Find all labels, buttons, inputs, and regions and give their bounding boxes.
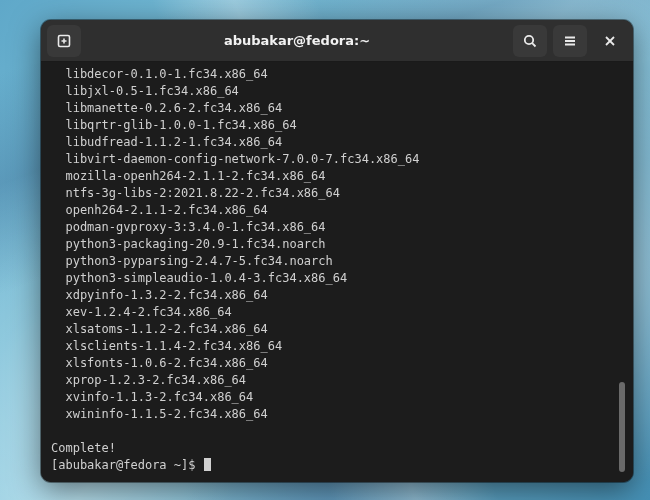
svg-point-3 [525, 35, 533, 43]
new-tab-button[interactable] [47, 25, 81, 57]
package-line: python3-simpleaudio-1.0.4-3.fc34.x86_64 [51, 270, 617, 287]
cursor [204, 458, 211, 471]
titlebar: abubakar@fedora:~ [41, 20, 633, 62]
package-line: libjxl-0.5-1.fc34.x86_64 [51, 83, 617, 100]
svg-line-4 [532, 43, 535, 46]
package-line: xlsatoms-1.1.2-2.fc34.x86_64 [51, 321, 617, 338]
search-button[interactable] [513, 25, 547, 57]
package-line: xwininfo-1.1.5-2.fc34.x86_64 [51, 406, 617, 423]
hamburger-icon [562, 33, 578, 49]
complete-line: Complete! [51, 440, 617, 457]
package-line: xprop-1.2.3-2.fc34.x86_64 [51, 372, 617, 389]
package-line: ntfs-3g-libs-2:2021.8.22-2.fc34.x86_64 [51, 185, 617, 202]
window-title: abubakar@fedora:~ [85, 33, 509, 48]
package-line: xev-1.2.4-2.fc34.x86_64 [51, 304, 617, 321]
package-line: libdecor-0.1.0-1.fc34.x86_64 [51, 66, 617, 83]
terminal-output: libdecor-0.1.0-1.fc34.x86_64 libjxl-0.5-… [51, 66, 617, 478]
terminal-window: abubakar@fedora:~ [41, 20, 633, 482]
prompt-line: [abubakar@fedora ~]$ [51, 457, 617, 474]
package-line: python3-packaging-20.9-1.fc34.noarch [51, 236, 617, 253]
package-line: libvirt-daemon-config-network-7.0.0-7.fc… [51, 151, 617, 168]
package-line: libqrtr-glib-1.0.0-1.fc34.x86_64 [51, 117, 617, 134]
package-line: xlsclients-1.1.4-2.fc34.x86_64 [51, 338, 617, 355]
terminal-body[interactable]: libdecor-0.1.0-1.fc34.x86_64 libjxl-0.5-… [41, 62, 633, 482]
new-tab-icon [56, 33, 72, 49]
close-icon [603, 34, 617, 48]
package-line: mozilla-openh264-2.1.1-2.fc34.x86_64 [51, 168, 617, 185]
scrollbar-thumb[interactable] [619, 382, 625, 472]
scrollbar[interactable] [617, 68, 627, 476]
package-line: podman-gvproxy-3:3.4.0-1.fc34.x86_64 [51, 219, 617, 236]
close-button[interactable] [593, 25, 627, 57]
search-icon [522, 33, 538, 49]
package-line: openh264-2.1.1-2.fc34.x86_64 [51, 202, 617, 219]
package-line: xdpyinfo-1.3.2-2.fc34.x86_64 [51, 287, 617, 304]
menu-button[interactable] [553, 25, 587, 57]
package-line: xvinfo-1.1.3-2.fc34.x86_64 [51, 389, 617, 406]
package-line: python3-pyparsing-2.4.7-5.fc34.noarch [51, 253, 617, 270]
package-line: libmanette-0.2.6-2.fc34.x86_64 [51, 100, 617, 117]
package-line: libudfread-1.1.2-1.fc34.x86_64 [51, 134, 617, 151]
package-line: xlsfonts-1.0.6-2.fc34.x86_64 [51, 355, 617, 372]
